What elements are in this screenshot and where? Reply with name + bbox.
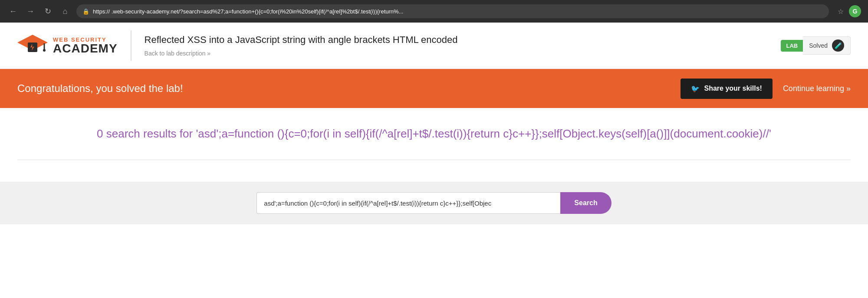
search-input[interactable] — [256, 192, 560, 214]
main-content: 0 search results for 'asd';a=function ()… — [0, 108, 868, 182]
site-header: WEB SECURITY ACADEMY Reflected XSS into … — [0, 23, 868, 69]
congrats-text: Congratulations, you solved the lab! — [17, 82, 681, 95]
lab-title: Reflected XSS into a JavaScript string w… — [145, 34, 781, 46]
back-to-lab-link[interactable]: Back to lab description » — [145, 50, 211, 57]
flask-icon: 🧪 — [832, 39, 844, 52]
back-button[interactable]: ← — [7, 5, 19, 17]
lock-icon: 🔒 — [82, 8, 89, 15]
bookmark-icon[interactable]: ☆ — [838, 7, 844, 16]
svg-point-4 — [43, 49, 46, 52]
forward-button[interactable]: → — [24, 5, 36, 17]
lab-badge: LAB — [781, 40, 803, 52]
header-divider — [131, 30, 132, 61]
browser-chrome: ← → ↻ ⌂ 🔒 https:// .web-security-academy… — [0, 0, 868, 23]
lab-solved-status: Solved 🧪 — [803, 36, 851, 55]
search-area: Search — [0, 182, 868, 224]
reload-button[interactable]: ↻ — [42, 5, 54, 17]
lab-title-area: Reflected XSS into a JavaScript string w… — [145, 34, 781, 57]
search-button[interactable]: Search — [560, 192, 611, 214]
congrats-banner: Congratulations, you solved the lab! 🐦 S… — [0, 69, 868, 108]
home-button[interactable]: ⌂ — [59, 5, 71, 17]
twitter-icon: 🐦 — [691, 85, 700, 93]
search-results-message: 0 search results for 'asd';a=function ()… — [17, 125, 851, 142]
url-text: https:// .web-security-academy.net/?sear… — [93, 8, 823, 15]
content-divider — [17, 160, 851, 160]
logo-icon — [17, 30, 48, 61]
address-bar[interactable]: 🔒 https:// .web-security-academy.net/?se… — [76, 4, 829, 18]
logo-text: WEB SECURITY ACADEMY — [53, 37, 118, 55]
continue-label: Continue learning » — [783, 84, 851, 93]
logo-academy: ACADEMY — [53, 43, 118, 55]
account-avatar[interactable]: G — [849, 5, 861, 17]
share-btn-label: Share your skills! — [704, 85, 762, 92]
continue-learning-button[interactable]: Continue learning » — [783, 84, 851, 93]
logo-area: WEB SECURITY ACADEMY — [17, 30, 118, 61]
solved-text: Solved — [809, 42, 828, 49]
lab-status-area: LAB Solved 🧪 — [781, 36, 851, 55]
share-skills-button[interactable]: 🐦 Share your skills! — [681, 79, 772, 99]
